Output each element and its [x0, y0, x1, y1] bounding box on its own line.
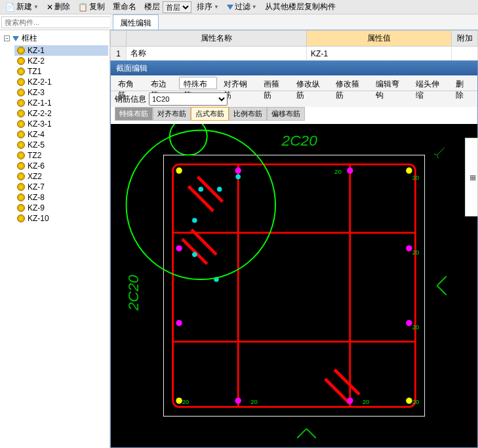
- tree-item-label: KZ-3: [28, 88, 45, 97]
- delete-button[interactable]: ✕ 删除: [44, 1, 73, 12]
- option-button[interactable]: 对齐布筋: [153, 107, 191, 121]
- column-icon: [17, 99, 25, 107]
- column-icon: [17, 214, 25, 222]
- new-button[interactable]: 📄 新建 ▼: [3, 1, 41, 12]
- svg-point-27: [192, 218, 197, 223]
- section-tab[interactable]: 布边筋: [146, 77, 177, 89]
- tree-item[interactable]: KZ-2: [14, 56, 108, 66]
- column-icon: [17, 57, 25, 65]
- tree-item[interactable]: TZ1: [14, 66, 108, 77]
- svg-point-17: [347, 167, 353, 173]
- svg-point-28: [192, 252, 197, 257]
- prop-value[interactable]: KZ-1: [307, 47, 452, 61]
- svg-point-21: [176, 320, 182, 326]
- column-icon: [17, 131, 25, 138]
- column-icon: [17, 89, 25, 96]
- filter-icon: [12, 36, 19, 41]
- tree-item[interactable]: XZ2: [14, 171, 108, 182]
- prop-extra[interactable]: [452, 47, 478, 61]
- tree-item[interactable]: KZ-9: [14, 203, 108, 213]
- collapse-icon[interactable]: −: [4, 35, 10, 41]
- svg-point-12: [176, 167, 182, 173]
- floor-label: 楼层: [144, 1, 160, 12]
- copy-button[interactable]: 📋 复制: [75, 1, 108, 12]
- section-tab[interactable]: 修改箍筋: [331, 77, 369, 89]
- svg-point-26: [217, 187, 222, 192]
- dim-left: 2C20: [125, 275, 142, 312]
- col-extra: 附加: [452, 31, 478, 47]
- filter-label: 过滤: [235, 1, 250, 12]
- section-tab[interactable]: 特殊布筋: [179, 77, 217, 89]
- tree-item-label: KZ-2-1: [28, 77, 52, 87]
- copy-icon: 📋: [78, 3, 88, 12]
- tree-item-label: KZ-10: [28, 214, 49, 223]
- column-icon: [17, 78, 25, 86]
- copy-from-floor-button[interactable]: 从其他楼层复制构件: [262, 1, 338, 12]
- rename-button[interactable]: 重命名: [110, 1, 139, 12]
- chevron-down-icon: ▼: [214, 4, 219, 10]
- tree-item[interactable]: KZ-1: [14, 45, 108, 56]
- column-icon: [17, 110, 25, 117]
- copy-floor-label: 从其他楼层复制构件: [265, 1, 336, 12]
- delete-icon: ✕: [47, 3, 53, 12]
- column-icon: [17, 47, 25, 54]
- tree-item[interactable]: KZ-2-1: [14, 77, 108, 87]
- rebar-info-select[interactable]: 1C20: [149, 92, 228, 106]
- svg-text:20: 20: [412, 323, 420, 331]
- dim-top: 2C20: [281, 132, 318, 149]
- table-row[interactable]: 1 名称 KZ-1: [111, 47, 478, 61]
- tab-property-edit[interactable]: 属性编辑: [113, 14, 159, 30]
- section-tab[interactable]: 画箍筋: [259, 77, 290, 89]
- column-icon: [17, 152, 25, 159]
- svg-point-16: [235, 167, 241, 173]
- svg-rect-1: [173, 165, 416, 407]
- tree-item-label: KZ-9: [28, 203, 45, 213]
- qr-icon: ▦: [469, 173, 477, 182]
- funnel-icon: [227, 5, 233, 10]
- options-header: 特殊布筋: [115, 107, 153, 121]
- svg-text:20: 20: [250, 398, 258, 405]
- tree-item[interactable]: KZ-7: [14, 182, 108, 192]
- filter-button[interactable]: 过滤 ▼: [224, 1, 260, 12]
- row-num: 1: [111, 47, 127, 61]
- section-tab[interactable]: 修改纵筋: [292, 77, 330, 89]
- svg-text:20: 20: [412, 174, 420, 181]
- sort-button[interactable]: 排序 ▼: [194, 1, 222, 12]
- section-canvas[interactable]: 20 20 20 20 20 20 20 20 2C20 2C20: [111, 124, 477, 447]
- tree-item[interactable]: KZ-8: [14, 192, 108, 203]
- tree-item[interactable]: KZ-10: [14, 213, 108, 224]
- tree-item[interactable]: KZ-3: [14, 87, 108, 98]
- tree-item[interactable]: TZ2: [14, 150, 108, 161]
- section-tab[interactable]: 布角筋: [113, 77, 144, 89]
- tree-item[interactable]: KZ-2-2: [14, 108, 108, 119]
- new-label: 新建: [16, 1, 32, 12]
- section-tab[interactable]: 端头伸缩: [411, 77, 449, 89]
- main-toolbar: 📄 新建 ▼ ✕ 删除 📋 复制 重命名 楼层 首层 排序 ▼ 过滤 ▼ 从其他…: [0, 0, 478, 14]
- tree-item-label: KZ-1-1: [28, 98, 52, 108]
- tree-root-row[interactable]: − 框柱: [1, 31, 108, 45]
- floor-select[interactable]: 首层: [163, 1, 191, 13]
- tree-item-label: KZ-5: [28, 140, 45, 150]
- section-tab[interactable]: 删除: [451, 77, 475, 89]
- sort-label: 排序: [197, 1, 212, 12]
- section-tab[interactable]: 对齐钢筋: [219, 77, 257, 89]
- svg-point-14: [176, 397, 182, 403]
- tree-item[interactable]: KZ-6: [14, 161, 108, 171]
- tree-item-label: KZ-6: [28, 161, 45, 171]
- option-button[interactable]: 比例布筋: [229, 107, 267, 121]
- option-button[interactable]: 点式布筋: [191, 107, 229, 121]
- tree-item[interactable]: KZ-3-1: [14, 119, 108, 129]
- col-value: 属性值: [307, 31, 452, 47]
- tree-item[interactable]: KZ-5: [14, 140, 108, 150]
- section-editor-panel: 截面编辑 布角筋布边筋特殊布筋对齐钢筋画箍筋修改纵筋修改箍筋编辑弯钩端头伸缩删除…: [110, 60, 478, 448]
- tree-item[interactable]: KZ-4: [14, 129, 108, 140]
- section-editor-title: 截面编辑: [111, 61, 477, 75]
- svg-point-23: [406, 320, 412, 326]
- tree-root-label: 框柱: [22, 33, 37, 44]
- section-tab[interactable]: 编辑弯钩: [371, 77, 409, 89]
- svg-point-18: [235, 397, 241, 403]
- option-button[interactable]: 偏移布筋: [267, 107, 305, 121]
- tree-item[interactable]: KZ-1-1: [14, 98, 108, 108]
- svg-text:20: 20: [412, 398, 420, 405]
- tree-item-label: KZ-1: [28, 46, 45, 55]
